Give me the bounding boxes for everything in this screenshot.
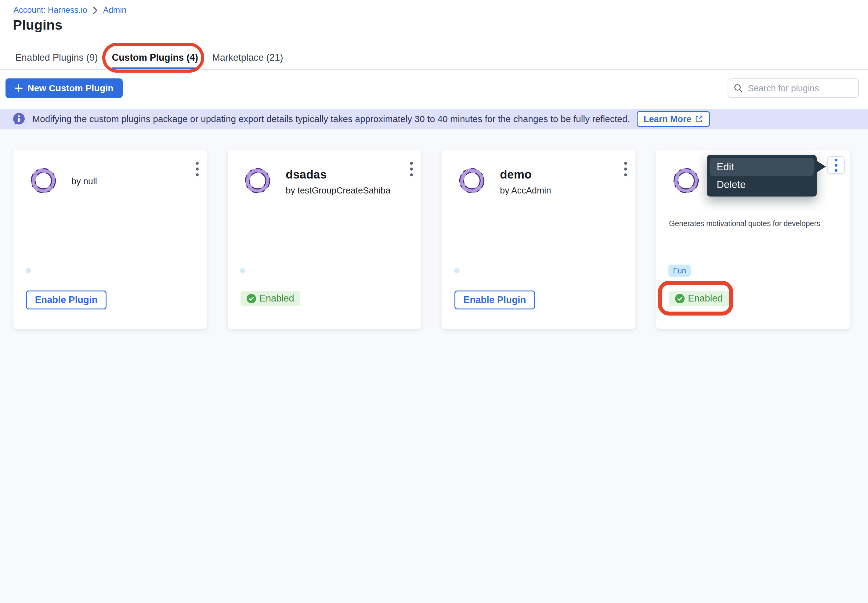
external-link-icon — [695, 115, 703, 123]
search-input[interactable] — [747, 83, 853, 94]
plugin-title: demo — [500, 168, 532, 181]
plugin-title: dsadas — [286, 168, 326, 181]
context-menu: Edit Delete — [707, 155, 817, 196]
breadcrumb: Account: Harness.io Admin — [14, 6, 126, 15]
plugin-description: Generates motivational quotes for develo… — [669, 219, 820, 228]
plugins-page: Account: Harness.io Admin Plugins Enable… — [0, 0, 868, 603]
check-circle-icon — [675, 294, 685, 303]
check-circle-icon — [247, 294, 256, 303]
enabled-status-label: Enabled — [260, 293, 294, 304]
plugin-card-dsadas: dsadas by testGroupCreateSahiba Enabled — [228, 150, 421, 329]
tab-custom-plugins-label: Custom Plugins (4) — [112, 52, 198, 63]
tab-enabled-plugins[interactable]: Enabled Plugins (9) — [15, 46, 99, 70]
breadcrumb-account-link[interactable]: Account: Harness.io — [14, 6, 87, 15]
learn-more-label: Learn More — [644, 114, 691, 124]
tabs-divider — [0, 69, 868, 70]
new-custom-plugin-button[interactable]: New Custom Plugin — [6, 79, 123, 98]
tab-bar: Enabled Plugins (9) Custom Plugins (4) M… — [15, 46, 284, 70]
banner-text: Modifying the custom plugins package or … — [32, 114, 630, 124]
plugin-card-demo: demo by AccAdmin Enable Plugin — [442, 150, 636, 329]
enable-plugin-button[interactable]: Enable Plugin — [455, 291, 535, 309]
plugin-author: by testGroupCreateSahiba — [286, 186, 390, 196]
tab-marketplace[interactable]: Marketplace (21) — [212, 46, 284, 70]
menu-item-delete[interactable]: Delete — [710, 176, 814, 193]
page-title: Plugins — [13, 17, 63, 33]
learn-more-button[interactable]: Learn More — [637, 111, 710, 127]
card-menu-button[interactable] — [192, 161, 203, 186]
tag-placeholder-dot — [26, 268, 31, 274]
tab-custom-plugins[interactable]: Custom Plugins (4) — [111, 46, 199, 70]
info-banner: Modifying the custom plugins package or … — [0, 109, 868, 129]
plugin-author: by AccAdmin — [500, 186, 551, 196]
tag-placeholder-dot — [240, 268, 245, 274]
tag-placeholder-dot — [454, 268, 460, 274]
plus-icon — [15, 84, 23, 92]
search-box — [727, 79, 859, 98]
card-menu-button[interactable] — [406, 161, 417, 186]
tab-enabled-plugins-label: Enabled Plugins (9) — [15, 52, 98, 63]
plugin-logo-icon — [29, 167, 57, 195]
plugin-logo-icon — [458, 167, 486, 195]
tab-marketplace-label: Marketplace (21) — [212, 52, 283, 63]
menu-item-edit[interactable]: Edit — [710, 158, 814, 176]
plugin-tag-fun: Fun — [668, 264, 691, 277]
enabled-status-badge: Enabled — [240, 291, 300, 306]
plugin-author: by null — [71, 176, 97, 187]
card-menu-button-active[interactable] — [827, 156, 845, 174]
context-menu-arrow — [816, 161, 826, 173]
enabled-status-badge: Enabled — [669, 291, 729, 306]
enable-plugin-button[interactable]: Enable Plugin — [26, 291, 107, 309]
info-icon — [12, 112, 26, 126]
search-icon — [734, 83, 743, 93]
card-menu-button[interactable] — [620, 161, 631, 186]
plugin-logo-icon — [672, 167, 700, 195]
breadcrumb-admin-link[interactable]: Admin — [103, 6, 127, 15]
new-custom-plugin-label: New Custom Plugin — [28, 83, 113, 93]
enabled-status-label: Enabled — [688, 293, 723, 304]
plugin-card-null: by null Enable Plugin — [14, 150, 207, 329]
plugin-logo-icon — [244, 167, 272, 195]
enabled-status-badge-wrap: Enabled — [669, 291, 729, 306]
plugin-card-quotes: Generates motivational quotes for develo… — [656, 150, 850, 329]
breadcrumb-chevron-icon — [93, 6, 97, 14]
